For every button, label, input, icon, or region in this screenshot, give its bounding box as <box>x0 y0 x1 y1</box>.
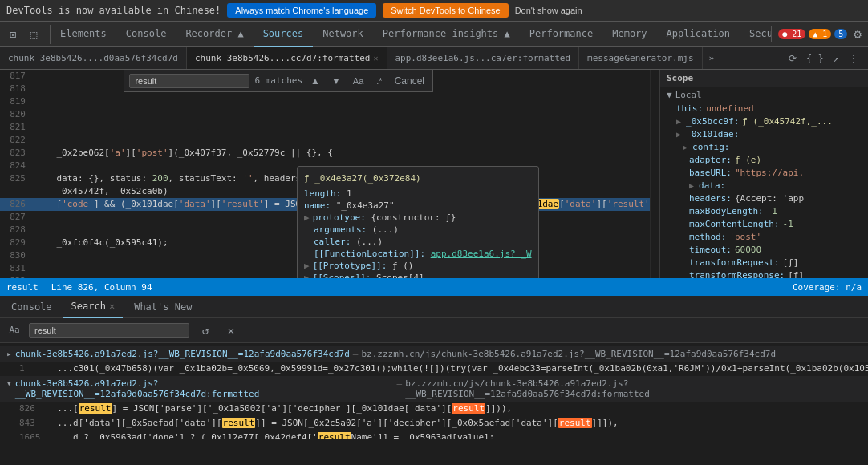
find-prev-button[interactable]: ▲ <box>307 74 323 88</box>
settings-icon[interactable]: ⚙ <box>850 26 865 42</box>
scope-panel: Scope Local this: undefined _0x5bcc9f: ƒ… <box>659 70 868 278</box>
toolbar-icons: ⊡ ⬚ <box>3 25 51 44</box>
tooltip-caller: caller: (...) <box>304 237 532 247</box>
code-line: 820 <box>0 108 650 121</box>
code-editor[interactable]: 6 matches ▲ ▼ Aa .* Cancel 817 818 819 8… <box>0 70 650 278</box>
tab-security[interactable]: Security <box>740 22 771 47</box>
regex-button[interactable]: .* <box>372 75 386 87</box>
main-content: 6 matches ▲ ▼ Aa .* Cancel 817 818 819 8… <box>0 70 868 278</box>
info-badge: 5 <box>834 29 847 39</box>
pretty-print-icon[interactable]: ↗ <box>830 51 842 66</box>
scope-item: _0x5bcc9f: ƒ (_0x45742f,_... <box>660 115 868 128</box>
scope-baseurl-item: baseURL: "https://api. <box>660 167 868 180</box>
file-tab-chunk-formatted[interactable]: chunk-3e8b5426....cc7d7:formatted ✕ <box>187 47 387 70</box>
scope-item: _0x101dae: <box>660 128 868 141</box>
result-group-header[interactable]: ▸ chunk-3e8b5426.a91a7ed2.js?__WB_REVISI… <box>0 346 868 362</box>
dock-icon[interactable]: ⋮ <box>846 51 862 66</box>
file-tabs: chunk-3e8b5426....d0aa576f34cd7d chunk-3… <box>0 47 868 70</box>
code-line: 822 <box>0 134 650 147</box>
devtools-toolbar: ⊡ ⬚ Elements Console Recorder ▲ Sources … <box>0 22 868 47</box>
line-column: Line 826, Column 94 <box>51 282 152 293</box>
scope-this-item: this: undefined <box>660 103 868 115</box>
scope-local-header[interactable]: Local <box>660 87 868 103</box>
status-bar: result Line 826, Column 94 Coverage: n/a <box>0 278 868 296</box>
nav-tabs: Elements Console Recorder ▲ Sources Netw… <box>51 22 771 47</box>
scope-maxcontent-item: maxContentLength: -1 <box>660 218 868 231</box>
result-line[interactable]: 1 ...c301(_0x47b658)(var _0x1ba02b=_0x50… <box>0 362 868 376</box>
tab-console[interactable]: Console <box>116 22 176 47</box>
find-next-button[interactable]: ▼ <box>328 74 344 88</box>
match-count: 6 matches <box>254 75 302 86</box>
result-line-1665[interactable]: 1665 ...d ? _0x5963ad['done'] ? (_0x112e… <box>0 431 868 439</box>
scope-transformres-item: transformResponse: [ƒ] <box>660 269 868 278</box>
devtools-banner: DevTools is now available in Chinese! Al… <box>0 0 868 22</box>
switch-to-chinese-button[interactable]: Switch DevTools to Chinese <box>383 3 508 18</box>
tooltip-length: length: 1 <box>304 188 532 199</box>
match-language-button[interactable]: Always match Chrome's language <box>227 3 376 18</box>
match-case-button[interactable]: Aa <box>349 75 367 87</box>
status-result-label: result <box>6 282 39 293</box>
tooltip-name: name: "_0x4e3a27" <box>304 200 532 211</box>
tooltip-fn-location: [[FunctionLocation]]: app.d83ee1a6.js? _… <box>304 249 532 259</box>
more-tabs-button[interactable]: » <box>703 53 721 63</box>
tab-application[interactable]: Application <box>657 22 740 47</box>
scope-title: Scope <box>660 70 868 87</box>
search-bar-bottom: Aa ↺ ✕ <box>0 318 868 342</box>
code-line: 819 <box>0 95 650 108</box>
format-icon[interactable]: { } <box>803 51 827 66</box>
scope-transformreq-item: transformRequest: [ƒ] <box>660 257 868 269</box>
file-tab-chunk1[interactable]: chunk-3e8b5426....d0aa576f34cd7d <box>0 47 187 70</box>
search-results-panel: ▸ chunk-3e8b5426.a91a7ed2.js?__WB_REVISI… <box>0 342 868 439</box>
sync-icon[interactable]: ⟳ <box>785 51 800 66</box>
file-tab-controls: ⟳ { } ↗ ⋮ <box>785 51 868 66</box>
result-line-826[interactable]: 826 ...[result] = JSON['parse']['_0x1a50… <box>0 402 868 416</box>
tab-sources[interactable]: Sources <box>254 22 314 47</box>
file-tab-app[interactable]: app.d83ee1a6.js...ca7er:formatted <box>387 47 580 70</box>
scope-timeout-item: timeout: 60000 <box>660 244 868 257</box>
result-line-843[interactable]: 843 ...d['data'][_0x5aefad['data'][resul… <box>0 416 868 431</box>
scope-local-section: Local this: undefined _0x5bcc9f: ƒ (_0x4… <box>660 87 868 278</box>
tab-memory[interactable]: Memory <box>602 22 656 47</box>
search-results: ▸ chunk-3e8b5426.a91a7ed2.js?__WB_REVISI… <box>0 343 868 439</box>
tooltip-scopes: ▶[[Scopes]]: Scopes[4] <box>304 273 532 278</box>
error-badge: ● 21 <box>778 29 805 39</box>
tab-recorder[interactable]: Recorder ▲ <box>176 22 253 47</box>
find-input[interactable] <box>129 74 249 88</box>
tooltip-popup: ƒ _0x4e3a27(_0x372e84) length: 1 name: "… <box>297 166 539 278</box>
bottom-tab-whats-new[interactable]: What's New <box>126 296 200 318</box>
minimap <box>650 70 659 278</box>
tooltip-header: ƒ _0x4e3a27(_0x372e84) <box>304 173 532 184</box>
file-tab-message-generator[interactable]: messageGenerator.mjs <box>579 47 702 70</box>
scope-config-item: config: <box>660 141 868 154</box>
tab-elements[interactable]: Elements <box>51 22 116 47</box>
tab-performance-insights[interactable]: Performance insights ▲ <box>373 22 520 47</box>
scope-method-item: method: 'post' <box>660 231 868 244</box>
bottom-tab-console[interactable]: Console <box>3 296 60 318</box>
result-group-header-2[interactable]: ▾ chunk-3e8b5426.a91a7ed2.js?__WB_REVISI… <box>0 376 868 402</box>
tooltip-prototype: ▶prototype: {constructor: ƒ} <box>304 212 532 223</box>
find-cancel-button[interactable]: Cancel <box>391 74 428 88</box>
tab-network[interactable]: Network <box>313 22 373 47</box>
code-line: 823 _0x2be062['a']['post'](_0x407f37, _0… <box>0 147 650 160</box>
banner-text: DevTools is now available in Chinese! <box>6 5 221 16</box>
bottom-tabs: Console Search ✕ What's New <box>0 296 868 318</box>
toolbar-right: ● 21 ▲ 1 5 ⚙ <box>771 26 865 42</box>
code-line: 821 <box>0 121 650 134</box>
inspect-element-icon[interactable]: ⊡ <box>3 25 22 44</box>
scope-data-item: data: <box>660 180 868 192</box>
device-toggle-icon[interactable]: ⬚ <box>24 25 43 44</box>
chevron-down-icon <box>667 90 672 100</box>
close-tab-icon[interactable]: ✕ <box>373 54 378 63</box>
scope-headers-item: headers: {Accept: 'app <box>660 192 868 205</box>
tab-performance[interactable]: Performance <box>520 22 602 47</box>
close-search-tab-icon[interactable]: ✕ <box>109 301 115 312</box>
scope-adapter-item: adapter: ƒ (e) <box>660 154 868 167</box>
warning-badge: ▲ 1 <box>809 29 831 39</box>
clear-search-icon[interactable]: ✕ <box>221 321 241 340</box>
bottom-tab-search[interactable]: Search ✕ <box>63 296 124 318</box>
dont-show-again-button[interactable]: Don't show again <box>515 6 582 15</box>
tooltip-arguments: arguments: (...) <box>304 224 532 235</box>
search-case-icon[interactable]: Aa <box>6 322 22 338</box>
search-input[interactable] <box>29 323 189 338</box>
refresh-search-icon[interactable]: ↺ <box>196 321 215 340</box>
